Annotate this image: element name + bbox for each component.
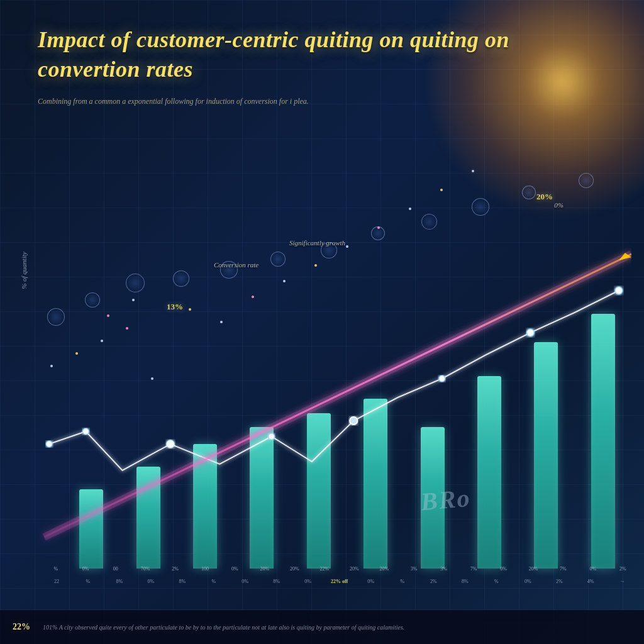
chart-area (25, 242, 631, 569)
sparkle-particle (346, 245, 348, 248)
sparkle-particle (440, 189, 443, 191)
sparkle-particle (132, 299, 135, 301)
bubble-orb (421, 214, 437, 230)
title-section: Impact of customer-centric quiting on qu… (38, 25, 518, 107)
line-chart-svg (25, 242, 631, 569)
data-point (46, 441, 52, 447)
sparkle-particle (314, 264, 317, 267)
data-point (269, 433, 275, 440)
data-point (439, 375, 445, 382)
annotation-pct-20: 20% (536, 192, 553, 202)
data-point (615, 287, 623, 294)
bottom-bar: 22% 101% A city observed quite every of … (0, 609, 644, 644)
bubble-orb (126, 274, 145, 292)
data-point (82, 428, 89, 435)
annotation-conversion-rate: Conversion rate (214, 261, 258, 269)
sparkle-particle (189, 308, 191, 311)
y-axis-label: % of quantity (20, 252, 28, 289)
bubble-orb (579, 173, 594, 188)
annotation-pct-13: 13% (167, 302, 183, 312)
chart-subtitle: Combining from a common a exponential fo… (38, 96, 478, 107)
bubble-orb (522, 186, 536, 199)
bubble-orb (47, 308, 65, 326)
data-point (526, 329, 534, 336)
bubble-orb (371, 226, 385, 240)
sparkle-particle (75, 352, 78, 355)
sparkle-particle (126, 327, 128, 330)
sparkle-particle (101, 340, 103, 342)
bubble-orb (472, 198, 489, 216)
sparkle-particle (252, 296, 254, 298)
x-axis-row1: % 0% 00 70% 2% 100 0% 20% 20% 22% 20% 20… (41, 566, 638, 572)
bottom-stat: 22% (13, 622, 30, 632)
data-point (167, 440, 174, 448)
sparkle-particle (151, 377, 153, 380)
chart-container: Impact of customer-centric quiting on qu… (0, 0, 644, 644)
bubble-orb (85, 292, 100, 308)
bubble-orb (173, 270, 189, 287)
bubble-orb (270, 252, 286, 267)
bottom-description: 101% A city observed quite every of othe… (43, 624, 631, 631)
sparkle-particle (283, 280, 286, 282)
data-point (350, 417, 357, 425)
sparkle-particle (472, 170, 474, 172)
sparkle-particle (409, 208, 411, 210)
laser-glow (44, 254, 631, 537)
sparkle-particle (107, 314, 109, 317)
sparkle-particle (220, 321, 223, 323)
x-axis-row2: 22 % 8% 0% 8% % 0% 8% 0% 22% off 0% % 2%… (41, 579, 638, 584)
sparkle-particle (50, 365, 53, 367)
main-line (49, 291, 619, 470)
annotation-pct-00: 0% (554, 201, 564, 209)
chart-title: Impact of customer-centric quiting on qu… (38, 25, 518, 84)
annotation-significant-growth: Significantly growth (289, 239, 345, 247)
